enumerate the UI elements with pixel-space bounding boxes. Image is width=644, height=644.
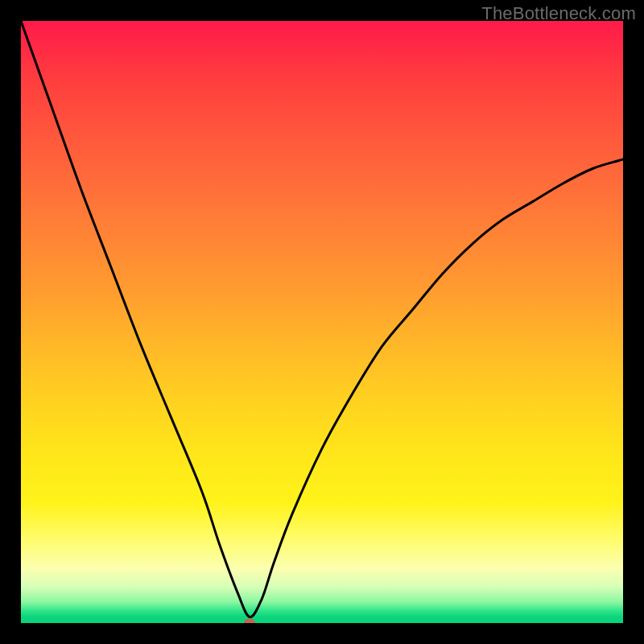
curve-svg <box>21 21 623 623</box>
min-marker <box>244 619 255 623</box>
chart-frame: TheBottleneck.com <box>0 0 644 644</box>
plot-area <box>21 21 623 623</box>
bottleneck-curve <box>21 21 623 617</box>
